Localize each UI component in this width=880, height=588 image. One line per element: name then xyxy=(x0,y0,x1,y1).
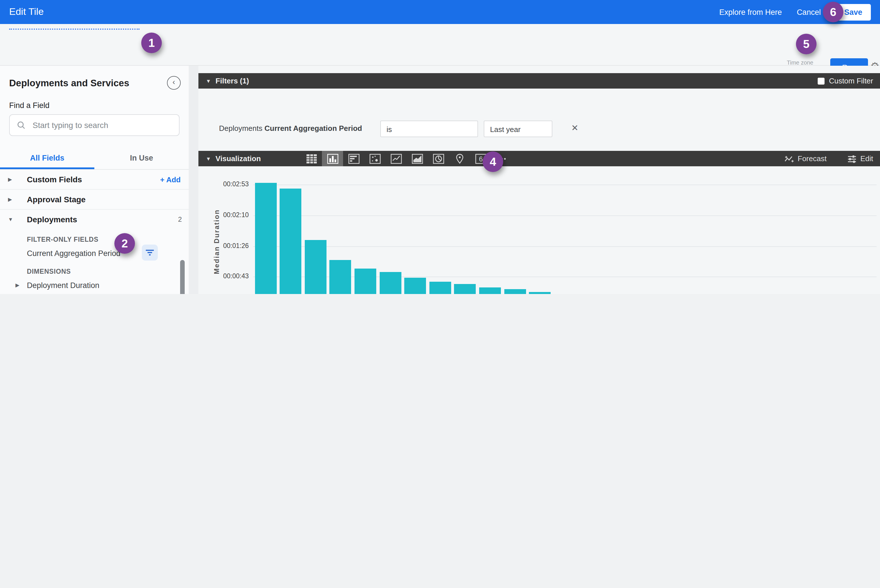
sidebar-scrollbar[interactable] xyxy=(180,237,185,294)
forecast-icon xyxy=(785,154,794,163)
query-bar xyxy=(0,24,880,66)
filter-operator-input[interactable]: is xyxy=(380,121,478,137)
bar[interactable] xyxy=(329,260,351,294)
find-a-field-label: Find a Field xyxy=(0,90,189,114)
annotation-badge-1: 1 xyxy=(141,33,162,53)
annotation-badge-6: 6 xyxy=(823,2,843,22)
bar[interactable] xyxy=(429,282,451,294)
cancel-button[interactable]: Cancel xyxy=(797,8,821,16)
sidebar-title: Deployments and Services xyxy=(9,77,129,88)
disclosure-right-icon[interactable]: ▶ xyxy=(15,283,20,288)
visualization-section-header: ▼ Visualization 6 Forecast xyxy=(199,151,880,166)
filter-field-label: Deployments Current Aggregation Period xyxy=(219,124,362,133)
disclosure-right-icon: ▶ xyxy=(8,177,15,182)
filter-icon xyxy=(145,249,154,256)
bar[interactable] xyxy=(454,284,476,294)
disclosure-right-icon: ▶ xyxy=(8,196,15,202)
field-search-input[interactable] xyxy=(32,120,159,130)
bar[interactable] xyxy=(404,278,426,294)
area-chart-icon[interactable] xyxy=(406,151,428,166)
custom-filter-checkbox[interactable] xyxy=(817,77,824,84)
column-chart-icon[interactable] xyxy=(322,151,343,166)
add-custom-field-button[interactable]: + Add xyxy=(160,175,181,184)
annotation-badge-4: 4 xyxy=(483,152,503,172)
field-picker-sidebar: Deployments and Services ‹ Find a Field … xyxy=(0,66,189,294)
search-icon xyxy=(17,121,26,130)
annotation-badge-5: 5 xyxy=(796,34,817,54)
tab-in-use[interactable]: In Use xyxy=(94,150,189,169)
filter-value-input[interactable]: Last year xyxy=(484,121,552,137)
top-bar: Edit Tile Explore from Here Cancel Save xyxy=(0,0,880,24)
collapse-filters-icon[interactable]: ▼ xyxy=(206,78,211,84)
field-search-box[interactable] xyxy=(9,114,179,136)
bar[interactable] xyxy=(255,183,277,294)
y-axis-tick: 00:02:53 xyxy=(203,181,249,188)
annotation-badge-2: 2 xyxy=(114,233,135,254)
sidebar-tabs: All Fields In Use xyxy=(0,150,189,170)
filters-section-header: ▼ Filters (1) Custom Filter xyxy=(199,73,880,88)
filter-only-fields-label: FILTER-ONLY FIELDS xyxy=(0,236,189,243)
bar[interactable] xyxy=(304,240,326,294)
dimensions-label: DIMENSIONS xyxy=(0,268,189,274)
filter-button[interactable] xyxy=(142,244,158,261)
bar[interactable] xyxy=(280,188,301,294)
collapse-visualization-icon[interactable]: ▼ xyxy=(206,156,211,161)
sidebar-group-approval-stage[interactable]: ▶ Approval Stage xyxy=(0,189,189,209)
dimension-end-time[interactable]: ▶End Time xyxy=(0,292,189,294)
disclosure-down-icon: ▼ xyxy=(8,217,15,222)
gridline xyxy=(253,246,877,247)
sidebar-group-deployments[interactable]: ▼ Deployments 2 xyxy=(0,209,189,229)
y-axis-tick: 00:01:26 xyxy=(203,242,249,249)
field-count: 2 xyxy=(178,215,182,224)
dimension-deployment-duration[interactable]: ▶Deployment Duration xyxy=(0,278,189,292)
bar[interactable] xyxy=(355,268,376,294)
table-icon[interactable] xyxy=(301,151,322,166)
timezone-dropdown-label: Time zone xyxy=(787,59,813,66)
field-list: ▶ Custom Fields + Add ▶ Approval Stage ▼… xyxy=(0,170,189,294)
edit-tile-window: Edit Tile Explore from Here Cancel Save … xyxy=(0,0,880,294)
pie-chart-icon[interactable] xyxy=(428,151,449,166)
bar[interactable] xyxy=(379,272,401,294)
bar[interactable] xyxy=(529,292,551,294)
window-title: Edit Tile xyxy=(9,6,44,18)
explore-main-area: ▼ Filters (1) Custom Filter Deployments … xyxy=(199,66,880,294)
svg-text:6: 6 xyxy=(479,155,483,163)
gridline xyxy=(253,184,877,185)
bar[interactable] xyxy=(504,289,526,294)
field-current-aggregation-period[interactable]: Current Aggregation Period xyxy=(0,246,189,261)
edit-visualization-button[interactable]: Edit xyxy=(847,154,873,163)
forecast-button[interactable]: Forecast xyxy=(785,154,827,163)
scatter-icon[interactable] xyxy=(364,151,385,166)
y-axis-tick: 00:00:43 xyxy=(203,273,249,280)
collapse-sidebar-button[interactable]: ‹ xyxy=(167,76,181,90)
filters-body: Deployments Current Aggregation Period i… xyxy=(199,88,880,151)
map-pin-icon[interactable] xyxy=(449,151,470,166)
median-duration-bar-chart: Median Duration 00:00:0000:00:4300:01:26… xyxy=(199,166,880,294)
divider xyxy=(189,66,199,294)
line-chart-icon[interactable] xyxy=(385,151,406,166)
bar[interactable] xyxy=(479,288,501,294)
explore-from-here-button[interactable]: Explore from Here xyxy=(719,8,782,16)
remove-filter-icon[interactable]: ✕ xyxy=(571,123,578,133)
sidebar-group-custom-fields[interactable]: ▶ Custom Fields + Add xyxy=(0,170,189,189)
gridline xyxy=(253,215,877,216)
sliders-edit-icon xyxy=(847,154,856,163)
tab-all-fields[interactable]: All Fields xyxy=(0,150,94,169)
bar-chart-icon[interactable] xyxy=(343,151,364,166)
custom-filter-label: Custom Filter xyxy=(829,76,873,85)
y-axis-tick: 00:02:10 xyxy=(203,212,249,218)
